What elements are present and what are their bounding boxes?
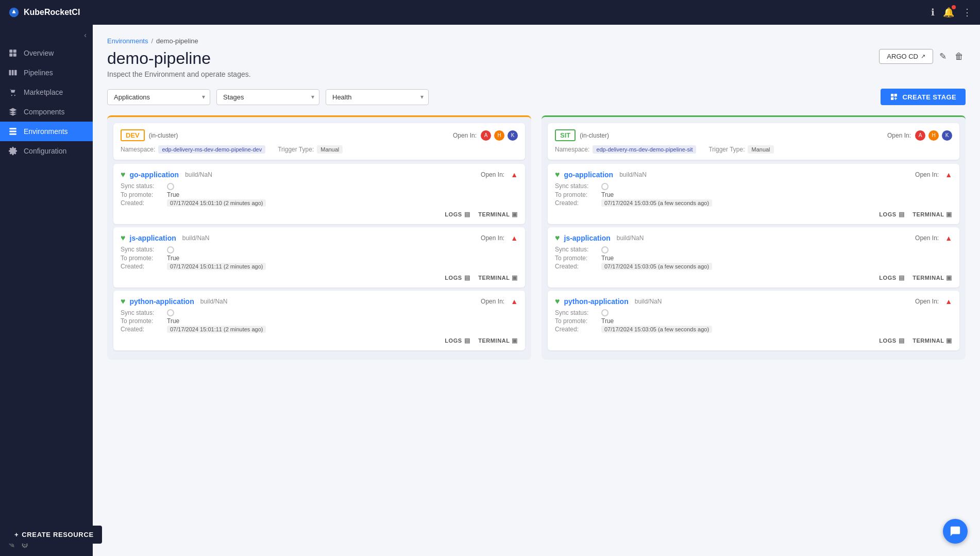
sit-kube-icon[interactable]: K xyxy=(942,130,952,141)
sit-app-0-argocd-icon[interactable]: ▲ xyxy=(945,171,952,179)
app-title: KubeRocketCI xyxy=(24,8,80,17)
health-filter[interactable]: Health xyxy=(326,89,429,105)
stage-col-dev: DEV (in-cluster) Open In: A H K Namespac… xyxy=(107,115,531,360)
dev-app-0-name[interactable]: go-application xyxy=(130,171,179,179)
logo-icon xyxy=(8,7,20,18)
create-stage-button[interactable]: CREATE STAGE xyxy=(881,89,966,105)
logs-icon-1: ▤ xyxy=(464,274,470,281)
dev-app-2-terminal-btn[interactable]: TERMINAL ▣ xyxy=(478,337,518,344)
sit-app-1-terminal-btn[interactable]: TERMINAL ▣ xyxy=(913,274,952,281)
menu-icon[interactable]: ⋮ xyxy=(962,7,972,18)
sit-app-2-created-value: 07/17/2024 15:03:05 (a few seconds ago) xyxy=(601,326,952,333)
dev-app-0-terminal-btn[interactable]: TERMINAL ▣ xyxy=(478,211,518,218)
sidebar-item-configuration[interactable]: Configuration xyxy=(0,141,93,161)
dev-app-0-logs-btn[interactable]: LOGS ▤ xyxy=(445,211,470,218)
delete-button[interactable]: 🗑 xyxy=(953,49,966,64)
sit-app-0-terminal-label: TERMINAL xyxy=(913,211,944,217)
dev-trigger-label: Trigger Type: xyxy=(278,146,314,153)
sidebar-item-components[interactable]: Components xyxy=(0,102,93,122)
sidebar-item-environments[interactable]: Environments xyxy=(0,122,93,141)
dev-app-2-argocd-icon[interactable]: ▲ xyxy=(511,297,518,306)
sit-app-1-name[interactable]: js-application xyxy=(564,234,611,242)
dev-app-2-top: ♥ python-application build/NaN Open In: … xyxy=(121,297,518,306)
sit-argo-icon[interactable]: A xyxy=(915,130,925,141)
svg-rect-4 xyxy=(13,54,16,57)
applications-filter[interactable]: Applications xyxy=(107,89,210,105)
sit-app-2-argocd-icon[interactable]: ▲ xyxy=(945,297,952,306)
sit-app-1-sync-circle xyxy=(601,246,609,254)
dev-app-1-meta: Sync status: To promote: True Created: 0… xyxy=(121,246,518,270)
sit-app-2-name[interactable]: python-application xyxy=(564,297,629,306)
stage-header-top-dev: DEV (in-cluster) Open In: A H K xyxy=(121,129,518,141)
sit-app-0-name[interactable]: go-application xyxy=(564,171,614,179)
sit-helm-icon[interactable]: H xyxy=(928,130,939,141)
svg-rect-3 xyxy=(9,54,12,57)
sit-app-2-terminal-btn[interactable]: TERMINAL ▣ xyxy=(913,337,952,344)
sidebar-item-overview[interactable]: Overview xyxy=(0,43,93,63)
sit-app-1-sync-value xyxy=(601,246,952,254)
dev-helm-icon[interactable]: H xyxy=(494,130,504,141)
sidebar-item-marketplace[interactable]: Marketplace xyxy=(0,82,93,102)
create-stage-label: CREATE STAGE xyxy=(902,93,956,101)
sit-app-0-terminal-btn[interactable]: TERMINAL ▣ xyxy=(913,211,952,218)
dev-app-card-2: ♥ python-application build/NaN Open In: … xyxy=(113,291,525,351)
dev-stage-meta: Namespace: edp-delivery-ms-dev-demo-pipe… xyxy=(121,145,518,154)
dev-app-0-top: ♥ go-application build/NaN Open In: ▲ xyxy=(121,170,518,179)
layers-icon xyxy=(8,107,18,116)
sit-app-1-promote-label: To promote: xyxy=(555,255,601,262)
sidebar-item-pipelines[interactable]: Pipelines xyxy=(0,63,93,82)
sidebar-collapse-btn[interactable]: ‹ xyxy=(0,29,93,43)
svg-point-9 xyxy=(14,95,15,96)
svg-rect-11 xyxy=(9,131,16,132)
sit-app-0-promote-label: To promote: xyxy=(555,191,601,198)
sit-app-0-logs-btn[interactable]: LOGS ▤ xyxy=(879,211,904,218)
stages-filter[interactable]: Stages xyxy=(216,89,319,105)
dev-app-card-1: ♥ js-application build/NaN Open In: ▲ Sy… xyxy=(113,227,525,288)
chat-fab[interactable] xyxy=(943,519,968,544)
dev-app-2-promote-value: True xyxy=(167,317,518,325)
create-stage-icon xyxy=(890,93,898,101)
terminal-icon-s2: ▣ xyxy=(946,337,952,344)
sit-trigger-label: Trigger Type: xyxy=(708,146,745,153)
dev-app-2-build: build/NaN xyxy=(200,298,228,305)
sit-app-1-logs-btn[interactable]: LOGS ▤ xyxy=(879,274,904,281)
dev-argo-icon[interactable]: A xyxy=(481,130,491,141)
info-icon[interactable]: ℹ xyxy=(931,7,935,18)
argocd-button[interactable]: ARGO CD ↗ xyxy=(879,49,933,64)
sit-app-1-argocd-icon[interactable]: ▲ xyxy=(945,234,952,242)
edit-button[interactable]: ✎ xyxy=(937,49,949,64)
bell-icon[interactable]: 🔔 xyxy=(943,7,954,18)
dev-app-0-argocd-icon[interactable]: ▲ xyxy=(511,171,518,179)
sit-app-2-logs-btn[interactable]: LOGS ▤ xyxy=(879,337,904,344)
svg-rect-1 xyxy=(9,49,12,53)
dev-open-label: Open In: xyxy=(453,132,477,139)
sit-app-0-sync-circle xyxy=(601,183,609,190)
health-filter-wrap: Health xyxy=(326,89,429,105)
breadcrumb-environments-link[interactable]: Environments xyxy=(107,37,148,45)
sit-app-2-created-chip: 07/17/2024 15:03:05 (a few seconds ago) xyxy=(601,326,712,333)
sit-app-2-logs-label: LOGS xyxy=(879,338,896,344)
layout: ‹ Overview Pipelines Marketplace Compone… xyxy=(0,25,980,556)
sit-cluster: (in-cluster) xyxy=(580,132,609,139)
stages-filter-wrap: Stages xyxy=(216,89,319,105)
logs-icon: ▤ xyxy=(464,211,470,218)
dev-kube-icon[interactable]: K xyxy=(508,130,518,141)
dev-app-1-terminal-label: TERMINAL xyxy=(478,275,510,281)
dev-namespace-row: Namespace: edp-delivery-ms-dev-demo-pipe… xyxy=(121,145,265,154)
sit-app-1-top: ♥ js-application build/NaN Open In: ▲ xyxy=(555,233,952,243)
create-resource-button[interactable]: + CREATE RESOURCE xyxy=(6,526,102,544)
dev-app-1-argocd-icon[interactable]: ▲ xyxy=(511,234,518,242)
dev-app-1-sync-circle xyxy=(167,246,174,254)
dev-namespace-value: edp-delivery-ms-dev-demo-pipeline-dev xyxy=(158,145,265,154)
dev-app-1-name[interactable]: js-application xyxy=(130,234,176,242)
sit-app-1-created-value: 07/17/2024 15:03:05 (a few seconds ago) xyxy=(601,263,952,270)
dev-app-2-name[interactable]: python-application xyxy=(130,297,194,306)
dev-open-icons: A H K xyxy=(481,130,518,141)
dev-app-2-logs-btn[interactable]: LOGS ▤ xyxy=(445,337,470,344)
dev-app-2-created-chip: 07/17/2024 15:01:11 (2 minutes ago) xyxy=(167,326,266,333)
sit-badge: SIT xyxy=(555,129,576,141)
sit-app-1-promote-value: True xyxy=(601,255,952,262)
dev-app-1-terminal-btn[interactable]: TERMINAL ▣ xyxy=(478,274,518,281)
dev-app-1-logs-btn[interactable]: LOGS ▤ xyxy=(445,274,470,281)
sit-app-1-logs-label: LOGS xyxy=(879,275,896,281)
